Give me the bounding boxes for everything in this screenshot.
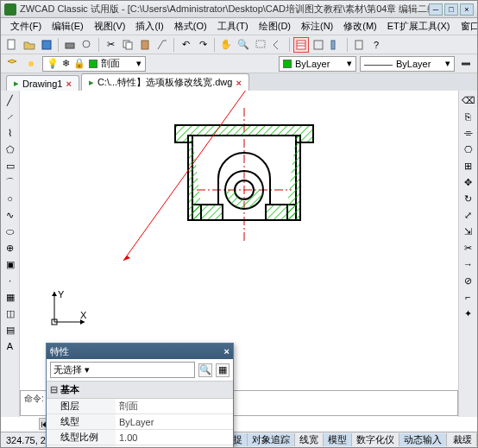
prop-grid: 基本 图层剖面线型ByLayer线型比例1.00厚度0.00颜色ByLayer线… xyxy=(47,382,233,448)
prop-value[interactable]: ByLayer xyxy=(116,414,233,429)
zoom-win-icon[interactable] xyxy=(253,37,268,53)
calc-icon[interactable] xyxy=(351,37,367,53)
sb-tail[interactable]: 裁缓 xyxy=(449,433,477,446)
stretch-icon[interactable]: ⇲ xyxy=(461,224,476,239)
new-icon[interactable] xyxy=(4,37,20,53)
sb-lweight[interactable]: 线宽 xyxy=(295,433,324,446)
copy-icon[interactable] xyxy=(120,37,135,53)
mirror-icon[interactable]: ⌯ xyxy=(461,125,476,141)
copy2-icon[interactable]: ⎘ xyxy=(461,109,476,124)
doc-tab-1[interactable]: ▸ Drawing1 × xyxy=(6,75,79,91)
lineweight-icon[interactable] xyxy=(458,56,474,72)
move-icon[interactable]: ✥ xyxy=(461,174,476,190)
prop-key: 线型 xyxy=(47,414,116,429)
text-icon[interactable]: A xyxy=(3,338,18,354)
sb-otrack[interactable]: 对象追踪 xyxy=(248,433,295,446)
doc-tab-1-close-icon[interactable]: × xyxy=(66,79,71,89)
block-icon[interactable]: ▣ xyxy=(3,256,18,272)
zoom-rt-icon[interactable]: 🔍 xyxy=(236,37,251,53)
spline-icon[interactable]: ∿ xyxy=(3,207,18,223)
menu-modify[interactable]: 修改(M) xyxy=(339,18,381,35)
paste-icon[interactable] xyxy=(137,37,153,53)
menu-format[interactable]: 格式(O) xyxy=(170,18,211,35)
help-icon[interactable]: ? xyxy=(368,37,384,53)
layer-mgr-icon[interactable] xyxy=(4,56,20,72)
prop-value[interactable]: 剖面 xyxy=(116,399,233,413)
properties-icon[interactable] xyxy=(293,37,309,53)
array-icon[interactable]: ⊞ xyxy=(461,158,476,174)
rect-icon[interactable]: ▭ xyxy=(3,158,18,174)
prop-value[interactable]: 1.00 xyxy=(116,430,233,445)
svg-rect-6 xyxy=(142,41,148,49)
explode-icon[interactable]: ✦ xyxy=(461,306,476,321)
svg-text:Y: Y xyxy=(58,289,65,300)
pline-icon[interactable]: ⌇ xyxy=(3,125,18,141)
app-icon xyxy=(4,3,16,16)
preview-icon[interactable] xyxy=(79,37,95,53)
svg-rect-7 xyxy=(256,41,265,47)
close-button[interactable]: × xyxy=(460,3,474,16)
doc-tab-2[interactable]: ▸ C:\...特性】选项板修改线宽.dwg × xyxy=(81,73,249,91)
extend-icon[interactable]: → xyxy=(461,256,476,272)
design-center-icon[interactable] xyxy=(311,37,326,53)
layer-state-icon[interactable] xyxy=(23,56,39,72)
sb-model[interactable]: 模型 xyxy=(324,433,352,446)
menu-et[interactable]: ET扩展工具(X) xyxy=(383,18,455,35)
menu-window[interactable]: 窗口(W) xyxy=(456,18,478,35)
save-icon[interactable] xyxy=(39,37,54,53)
prop-row[interactable]: 线型比例1.00 xyxy=(47,430,233,445)
line-icon[interactable]: ╱ xyxy=(3,92,18,108)
prop-close-icon[interactable]: × xyxy=(224,346,230,357)
menu-draw[interactable]: 绘图(D) xyxy=(255,18,295,35)
ucs-icon: XY xyxy=(46,287,89,331)
print-icon[interactable] xyxy=(62,37,78,53)
break-icon[interactable]: ⊘ xyxy=(461,273,476,288)
prop-row[interactable]: 图层剖面 xyxy=(47,399,233,414)
color-dropdown[interactable]: ByLayer ▾ xyxy=(279,56,356,72)
hatch-icon[interactable]: ▦ xyxy=(3,289,18,305)
maximize-button[interactable]: □ xyxy=(444,3,458,16)
fillet-icon[interactable]: ⌐ xyxy=(461,289,476,305)
prop-key: 线型比例 xyxy=(47,430,116,445)
erase-icon[interactable]: ⌫ xyxy=(461,92,476,108)
minimize-button[interactable]: ─ xyxy=(429,3,443,16)
circle-icon[interactable]: ○ xyxy=(3,191,18,206)
xline-icon[interactable]: ⟋ xyxy=(3,109,18,124)
tool-palette-icon[interactable] xyxy=(328,37,343,53)
trim-icon[interactable]: ✂ xyxy=(461,240,476,256)
match-icon[interactable] xyxy=(154,37,170,53)
cut-icon[interactable]: ✂ xyxy=(103,37,118,53)
open-icon[interactable] xyxy=(22,37,37,53)
arc-icon[interactable]: ⌒ xyxy=(3,174,18,190)
insert-icon[interactable]: ⊕ xyxy=(3,240,18,256)
prop-cat-basic[interactable]: 基本 xyxy=(47,382,233,399)
undo-icon[interactable]: ↶ xyxy=(178,37,193,53)
scale-icon[interactable]: ⤢ xyxy=(461,207,476,223)
rotate-icon[interactable]: ↻ xyxy=(461,191,476,206)
svg-point-3 xyxy=(83,41,90,47)
table-icon[interactable]: ▤ xyxy=(3,322,18,338)
point-icon[interactable]: · xyxy=(3,273,18,288)
menu-edit[interactable]: 编辑(E) xyxy=(47,18,88,35)
zoom-prev-icon[interactable] xyxy=(270,37,286,53)
redo-icon[interactable]: ↷ xyxy=(195,37,211,53)
layer-dropdown[interactable]: 💡❄🔒 剖面 ▾ xyxy=(42,56,146,72)
prop-selection-dropdown[interactable]: 无选择 ▾ xyxy=(50,362,195,378)
sb-tablet[interactable]: 数字化仪 xyxy=(352,433,399,446)
sb-dyn[interactable]: 动态输入 xyxy=(399,433,447,446)
menu-file[interactable]: 文件(F) xyxy=(6,18,46,35)
linetype-dropdown[interactable]: ——— ByLayer ▾ xyxy=(360,56,455,72)
prop-row[interactable]: 线型ByLayer xyxy=(47,414,233,430)
doc-tab-2-close-icon[interactable]: × xyxy=(236,78,241,88)
ellipse-icon[interactable]: ⬭ xyxy=(3,224,18,239)
region-icon[interactable]: ◫ xyxy=(3,306,18,321)
offset-icon[interactable]: ⎔ xyxy=(461,142,476,157)
prop-pickadd-icon[interactable]: ▦ xyxy=(216,363,230,377)
menu-view[interactable]: 视图(V) xyxy=(90,18,130,35)
polygon-icon[interactable]: ⬠ xyxy=(3,142,18,157)
menu-insert[interactable]: 插入(I) xyxy=(131,18,167,35)
menu-tools[interactable]: 工具(T) xyxy=(213,18,253,35)
prop-quickselect-icon[interactable]: 🔍 xyxy=(198,363,212,377)
pan-icon[interactable]: ✋ xyxy=(218,37,234,53)
menu-dim[interactable]: 标注(N) xyxy=(297,18,337,35)
